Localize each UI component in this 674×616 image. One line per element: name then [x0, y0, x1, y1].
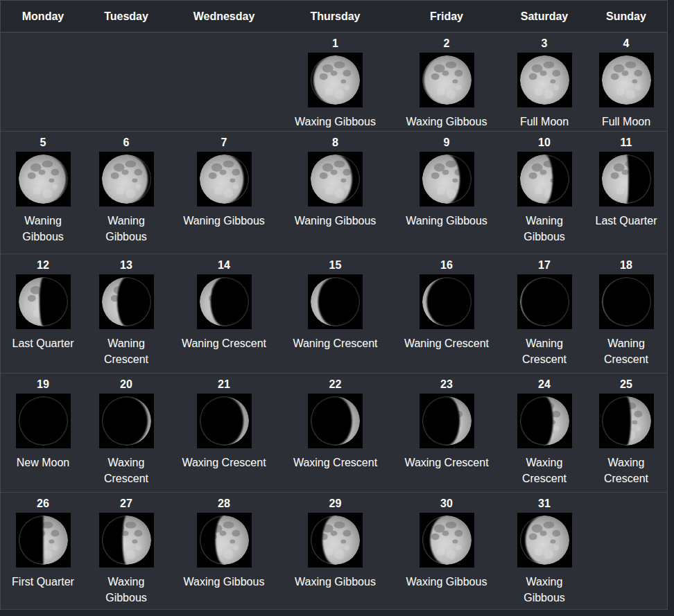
- calendar-day-2: 2 Waxing Gibbous: [390, 33, 503, 131]
- calendar-day-29: 29 Waxing Gibbous: [281, 493, 390, 609]
- moon-waning-crescent-icon: [420, 274, 474, 329]
- day-number: 1: [332, 38, 338, 49]
- moon-last-quarter-icon: [599, 152, 654, 206]
- moon-full-moon-icon: [517, 53, 572, 107]
- day-number: 8: [332, 137, 338, 148]
- moon-waxing-gibbous-icon: [197, 513, 252, 567]
- day-number: 12: [37, 260, 49, 271]
- moon-phase-label: First Quarter: [9, 574, 77, 590]
- week-row: 1 Waxing Gibbous2: [1, 33, 667, 131]
- moon-waxing-gibbous-icon: [99, 513, 154, 567]
- week-row: 19 New Moon20: [1, 373, 667, 492]
- day-number: 6: [123, 137, 130, 148]
- calendar-day-11: 11 Last Quarter: [585, 132, 667, 254]
- moon-phase-label: Waxing Gibbous: [292, 114, 379, 130]
- moon-full-moon-icon: [599, 53, 654, 107]
- calendar-weeks: 1 Waxing Gibbous2: [1, 33, 667, 609]
- calendar-day-15: 15 Waning Crescent: [281, 254, 390, 373]
- moon-waning-gibbous-icon: [420, 152, 474, 206]
- calendar-day-10: 10 Waning Gibbous: [503, 132, 585, 254]
- moon-phase-label: Waxing Crescent: [401, 455, 491, 470]
- day-number: 4: [623, 38, 630, 49]
- calendar-day-31: 31 Waxing Gibbous: [503, 493, 585, 609]
- calendar-day-30: 30 Waxing Gibbous: [390, 493, 503, 609]
- moon-waxing-gibbous-icon: [308, 53, 363, 107]
- moon-phase-label: Waning Gibbous: [1, 213, 85, 245]
- day-number: 28: [218, 498, 230, 509]
- calendar-day-19: 19 New Moon: [1, 373, 85, 492]
- weekday-header-wednesday: Wednesday: [167, 1, 281, 32]
- day-number: 15: [329, 260, 342, 271]
- moon-waxing-crescent-icon: [197, 394, 252, 448]
- calendar-day-25: 25 Waxing Crescent: [585, 373, 667, 492]
- moon-phase-label: Full Moon: [599, 114, 653, 130]
- moon-waxing-crescent-icon: [599, 394, 654, 448]
- calendar-day-18: 18 Waning Crescent: [585, 254, 667, 373]
- calendar-day-9: 9 Waning Gibbous: [390, 132, 503, 254]
- moon-phase-label: Waxing Gibbous: [181, 574, 268, 590]
- calendar-day-1: 1 Waxing Gibbous: [281, 33, 390, 131]
- moon-last-quarter-icon: [16, 274, 71, 329]
- moon-phase-label: Waxing Crescent: [179, 455, 268, 470]
- moon-waning-gibbous-icon: [517, 152, 572, 206]
- calendar-day-24: 24 Waxing Crescent: [503, 373, 585, 492]
- moon-phase-label: Waning Crescent: [179, 335, 269, 351]
- calendar-day-28: 28 Waxing Gibbous: [167, 493, 281, 609]
- moon-waning-crescent-icon: [99, 274, 154, 329]
- moon-phase-label: Last Quarter: [593, 213, 660, 229]
- calendar-day-6: 6 Waning Gibbous: [85, 132, 167, 254]
- moon-phase-label: Waning Gibbous: [403, 213, 490, 229]
- calendar-day-23: 23 Waxing Crescent: [390, 373, 503, 492]
- moon-phase-label: Waxing Crescent: [585, 455, 667, 486]
- calendar-day-20: 20 Waxing Crescent: [85, 373, 167, 492]
- day-number: 20: [120, 379, 132, 390]
- week-row: 12 Last Quarter13: [1, 254, 667, 373]
- moon-phase-label: Waning Gibbous: [180, 213, 268, 229]
- day-number: 9: [444, 137, 450, 148]
- moon-phase-label: Waning Crescent: [85, 335, 167, 367]
- day-number: 26: [37, 498, 49, 509]
- moon-phase-label: Waxing Gibbous: [503, 574, 585, 606]
- calendar-day-26: 26 First Quarter: [1, 493, 85, 609]
- empty-day-cell: [585, 493, 667, 609]
- moon-phase-label: Waxing Crescent: [85, 455, 167, 486]
- weekday-header-friday: Friday: [390, 1, 503, 32]
- moon-new-moon-icon: [16, 394, 71, 448]
- empty-day-cell: [1, 33, 85, 131]
- calendar-day-21: 21 Waxing Crescent: [167, 373, 281, 492]
- calendar-day-27: 27 Waxing Gibbous: [85, 493, 167, 609]
- day-number: 27: [120, 498, 132, 509]
- day-number: 5: [40, 137, 46, 148]
- moon-phase-label: Last Quarter: [10, 335, 77, 351]
- moon-waxing-crescent-icon: [420, 394, 474, 448]
- moon-phase-label: Waning Crescent: [401, 335, 492, 351]
- moon-first-quarter-icon: [16, 513, 71, 567]
- moon-phase-calendar-page: MondayTuesdayWednesdayThursdayFridaySatu…: [0, 0, 674, 616]
- weekday-header-saturday: Saturday: [503, 1, 585, 32]
- calendar-day-8: 8 Waning Gibbous: [281, 132, 390, 254]
- moon-waning-gibbous-icon: [16, 152, 71, 206]
- weekday-header-sunday: Sunday: [585, 1, 667, 32]
- calendar-day-4: 4 Full Moon: [585, 33, 667, 131]
- weekday-header-monday: Monday: [1, 1, 85, 32]
- moon-phase-label: Waning Crescent: [503, 335, 585, 367]
- moon-waning-crescent-icon: [599, 274, 654, 329]
- moon-waning-crescent-icon: [308, 274, 363, 329]
- moon-phase-label: Waxing Gibbous: [404, 574, 490, 590]
- day-number: 14: [218, 260, 230, 271]
- moon-phase-label: Waxing Crescent: [291, 455, 380, 470]
- moon-waxing-gibbous-icon: [308, 513, 363, 567]
- day-number: 13: [120, 260, 132, 271]
- day-number: 17: [538, 260, 551, 271]
- moon-phase-label: Waning Gibbous: [85, 213, 167, 245]
- empty-day-cell: [85, 33, 167, 131]
- moon-phase-label: New Moon: [14, 455, 72, 470]
- week-row: 5 Waning Gibbous6: [1, 131, 667, 254]
- day-number: 18: [620, 260, 632, 271]
- calendar-day-13: 13 Waning Crescent: [85, 254, 167, 373]
- moon-phase-label: Waning Crescent: [585, 335, 667, 367]
- day-number: 2: [444, 38, 450, 49]
- day-number: 29: [329, 498, 342, 509]
- moon-waning-gibbous-icon: [197, 152, 252, 206]
- moon-phase-label: Waning Crescent: [290, 335, 380, 351]
